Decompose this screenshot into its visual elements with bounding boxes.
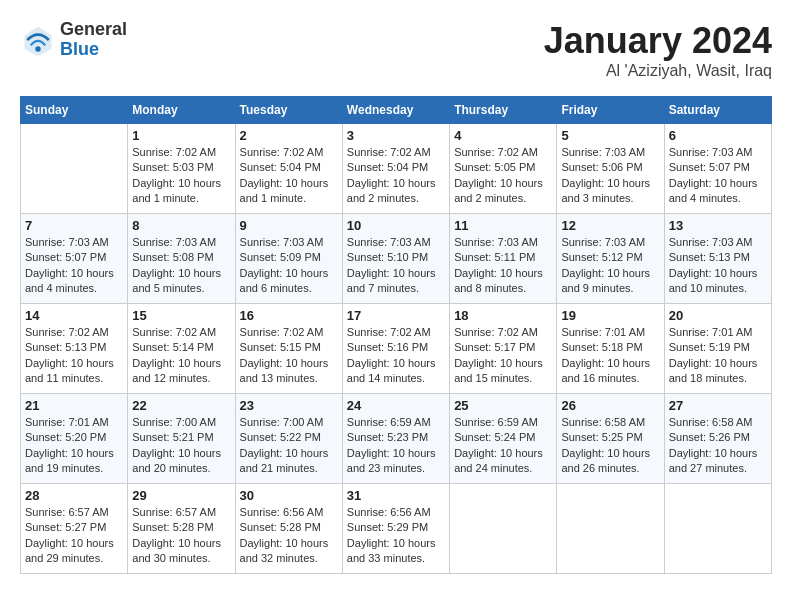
calendar-cell: 10 Sunrise: 7:03 AM Sunset: 5:10 PM Dayl…: [342, 214, 449, 304]
daylight-text: Daylight: 10 hours and 21 minutes.: [240, 446, 338, 477]
sunrise-text: Sunrise: 7:01 AM: [561, 325, 659, 340]
sunrise-text: Sunrise: 7:03 AM: [561, 145, 659, 160]
logo-text: General Blue: [60, 20, 127, 60]
daylight-text: Daylight: 10 hours and 16 minutes.: [561, 356, 659, 387]
sunrise-text: Sunrise: 7:03 AM: [454, 235, 552, 250]
sunset-text: Sunset: 5:11 PM: [454, 250, 552, 265]
calendar-cell: 29 Sunrise: 6:57 AM Sunset: 5:28 PM Dayl…: [128, 484, 235, 574]
sunrise-text: Sunrise: 7:03 AM: [669, 145, 767, 160]
sunset-text: Sunset: 5:27 PM: [25, 520, 123, 535]
calendar-cell: 12 Sunrise: 7:03 AM Sunset: 5:12 PM Dayl…: [557, 214, 664, 304]
sunset-text: Sunset: 5:25 PM: [561, 430, 659, 445]
sunset-text: Sunset: 5:29 PM: [347, 520, 445, 535]
daylight-text: Daylight: 10 hours and 2 minutes.: [347, 176, 445, 207]
calendar-cell: 23 Sunrise: 7:00 AM Sunset: 5:22 PM Dayl…: [235, 394, 342, 484]
day-info: Sunrise: 6:56 AM Sunset: 5:29 PM Dayligh…: [347, 505, 445, 567]
sunset-text: Sunset: 5:07 PM: [25, 250, 123, 265]
day-info: Sunrise: 7:02 AM Sunset: 5:04 PM Dayligh…: [347, 145, 445, 207]
sunrise-text: Sunrise: 7:02 AM: [347, 145, 445, 160]
calendar-cell: [664, 484, 771, 574]
day-number: 7: [25, 218, 123, 233]
sunset-text: Sunset: 5:15 PM: [240, 340, 338, 355]
calendar-cell: 4 Sunrise: 7:02 AM Sunset: 5:05 PM Dayli…: [450, 124, 557, 214]
calendar-cell: 28 Sunrise: 6:57 AM Sunset: 5:27 PM Dayl…: [21, 484, 128, 574]
day-info: Sunrise: 7:02 AM Sunset: 5:03 PM Dayligh…: [132, 145, 230, 207]
sunrise-text: Sunrise: 6:58 AM: [561, 415, 659, 430]
sunrise-text: Sunrise: 6:59 AM: [347, 415, 445, 430]
day-info: Sunrise: 7:03 AM Sunset: 5:10 PM Dayligh…: [347, 235, 445, 297]
sunset-text: Sunset: 5:04 PM: [347, 160, 445, 175]
calendar-week-row: 1 Sunrise: 7:02 AM Sunset: 5:03 PM Dayli…: [21, 124, 772, 214]
daylight-text: Daylight: 10 hours and 1 minute.: [240, 176, 338, 207]
sunset-text: Sunset: 5:05 PM: [454, 160, 552, 175]
day-info: Sunrise: 7:03 AM Sunset: 5:13 PM Dayligh…: [669, 235, 767, 297]
logo: General Blue: [20, 20, 127, 60]
day-number: 26: [561, 398, 659, 413]
column-header-saturday: Saturday: [664, 97, 771, 124]
sunrise-text: Sunrise: 6:56 AM: [240, 505, 338, 520]
sunset-text: Sunset: 5:14 PM: [132, 340, 230, 355]
sunrise-text: Sunrise: 7:03 AM: [240, 235, 338, 250]
calendar-cell: 21 Sunrise: 7:01 AM Sunset: 5:20 PM Dayl…: [21, 394, 128, 484]
calendar-cell: 13 Sunrise: 7:03 AM Sunset: 5:13 PM Dayl…: [664, 214, 771, 304]
sunset-text: Sunset: 5:22 PM: [240, 430, 338, 445]
calendar-week-row: 14 Sunrise: 7:02 AM Sunset: 5:13 PM Dayl…: [21, 304, 772, 394]
daylight-text: Daylight: 10 hours and 4 minutes.: [669, 176, 767, 207]
calendar-header-row: SundayMondayTuesdayWednesdayThursdayFrid…: [21, 97, 772, 124]
column-header-sunday: Sunday: [21, 97, 128, 124]
sunrise-text: Sunrise: 7:02 AM: [132, 325, 230, 340]
sunrise-text: Sunrise: 7:02 AM: [240, 325, 338, 340]
day-info: Sunrise: 7:03 AM Sunset: 5:09 PM Dayligh…: [240, 235, 338, 297]
day-info: Sunrise: 6:57 AM Sunset: 5:27 PM Dayligh…: [25, 505, 123, 567]
calendar-cell: 31 Sunrise: 6:56 AM Sunset: 5:29 PM Dayl…: [342, 484, 449, 574]
daylight-text: Daylight: 10 hours and 2 minutes.: [454, 176, 552, 207]
sunrise-text: Sunrise: 7:00 AM: [132, 415, 230, 430]
sunset-text: Sunset: 5:21 PM: [132, 430, 230, 445]
logo-blue: Blue: [60, 40, 127, 60]
day-info: Sunrise: 7:02 AM Sunset: 5:05 PM Dayligh…: [454, 145, 552, 207]
calendar-cell: 1 Sunrise: 7:02 AM Sunset: 5:03 PM Dayli…: [128, 124, 235, 214]
daylight-text: Daylight: 10 hours and 32 minutes.: [240, 536, 338, 567]
day-number: 17: [347, 308, 445, 323]
calendar-week-row: 28 Sunrise: 6:57 AM Sunset: 5:27 PM Dayl…: [21, 484, 772, 574]
day-number: 31: [347, 488, 445, 503]
calendar-cell: 14 Sunrise: 7:02 AM Sunset: 5:13 PM Dayl…: [21, 304, 128, 394]
sunrise-text: Sunrise: 7:03 AM: [132, 235, 230, 250]
sunrise-text: Sunrise: 6:57 AM: [25, 505, 123, 520]
calendar-cell: 8 Sunrise: 7:03 AM Sunset: 5:08 PM Dayli…: [128, 214, 235, 304]
day-info: Sunrise: 6:59 AM Sunset: 5:24 PM Dayligh…: [454, 415, 552, 477]
day-number: 3: [347, 128, 445, 143]
day-number: 29: [132, 488, 230, 503]
sunrise-text: Sunrise: 6:57 AM: [132, 505, 230, 520]
sunrise-text: Sunrise: 7:02 AM: [132, 145, 230, 160]
column-header-monday: Monday: [128, 97, 235, 124]
sunset-text: Sunset: 5:04 PM: [240, 160, 338, 175]
column-header-friday: Friday: [557, 97, 664, 124]
calendar-cell: 17 Sunrise: 7:02 AM Sunset: 5:16 PM Dayl…: [342, 304, 449, 394]
daylight-text: Daylight: 10 hours and 8 minutes.: [454, 266, 552, 297]
calendar-cell: 26 Sunrise: 6:58 AM Sunset: 5:25 PM Dayl…: [557, 394, 664, 484]
sunset-text: Sunset: 5:13 PM: [669, 250, 767, 265]
day-info: Sunrise: 7:03 AM Sunset: 5:12 PM Dayligh…: [561, 235, 659, 297]
sunrise-text: Sunrise: 7:00 AM: [240, 415, 338, 430]
day-info: Sunrise: 7:02 AM Sunset: 5:16 PM Dayligh…: [347, 325, 445, 387]
column-header-thursday: Thursday: [450, 97, 557, 124]
daylight-text: Daylight: 10 hours and 27 minutes.: [669, 446, 767, 477]
calendar-cell: 25 Sunrise: 6:59 AM Sunset: 5:24 PM Dayl…: [450, 394, 557, 484]
day-number: 24: [347, 398, 445, 413]
day-number: 6: [669, 128, 767, 143]
daylight-text: Daylight: 10 hours and 4 minutes.: [25, 266, 123, 297]
day-info: Sunrise: 6:56 AM Sunset: 5:28 PM Dayligh…: [240, 505, 338, 567]
daylight-text: Daylight: 10 hours and 13 minutes.: [240, 356, 338, 387]
day-info: Sunrise: 7:02 AM Sunset: 5:17 PM Dayligh…: [454, 325, 552, 387]
day-info: Sunrise: 7:01 AM Sunset: 5:19 PM Dayligh…: [669, 325, 767, 387]
daylight-text: Daylight: 10 hours and 33 minutes.: [347, 536, 445, 567]
daylight-text: Daylight: 10 hours and 12 minutes.: [132, 356, 230, 387]
day-number: 25: [454, 398, 552, 413]
sunset-text: Sunset: 5:06 PM: [561, 160, 659, 175]
day-info: Sunrise: 6:58 AM Sunset: 5:26 PM Dayligh…: [669, 415, 767, 477]
sunrise-text: Sunrise: 7:03 AM: [669, 235, 767, 250]
daylight-text: Daylight: 10 hours and 29 minutes.: [25, 536, 123, 567]
calendar-cell: [557, 484, 664, 574]
daylight-text: Daylight: 10 hours and 24 minutes.: [454, 446, 552, 477]
